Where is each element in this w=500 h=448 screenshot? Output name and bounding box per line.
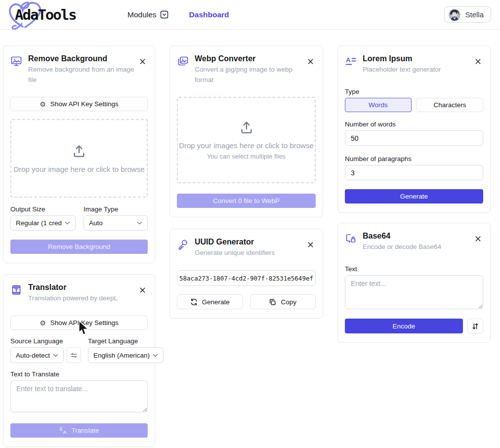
nav-dashboard[interactable]: Dashboard [189, 10, 229, 19]
close-icon[interactable] [306, 57, 314, 65]
dropdown-box-icon [160, 10, 168, 19]
show-api-key-settings-button[interactable]: ⚙ Show API Key Settings [10, 97, 148, 111]
top-bar: AdaTools Modules Dashboard Stella [0, 0, 500, 30]
card-title: Base64 [363, 231, 441, 241]
card-lorem-ipsum: A Lorem Ipsum Placeholder text generator… [337, 45, 491, 213]
card-description: Placeholder text generator [363, 64, 441, 75]
swap-horizontal-icon [70, 352, 78, 359]
text-to-translate-label: Text to Translate [10, 370, 148, 378]
gear-icon: ⚙ [40, 101, 46, 108]
target-language-label: Target Language [88, 337, 164, 345]
copy-icon [269, 298, 276, 306]
card-translator: Translator Translation powered by deepL … [3, 274, 155, 447]
card-description: Convert a jpg/png image to webp format [195, 64, 303, 85]
card-description: Translation powered by deepL [28, 293, 118, 303]
close-icon[interactable] [138, 57, 146, 65]
source-language-select[interactable]: Auto-detect [10, 347, 64, 363]
logo-text: AdaTools [15, 6, 76, 23]
close-icon[interactable] [474, 235, 482, 243]
copy-uuid-button[interactable]: Copy [250, 294, 316, 309]
type-words-button[interactable]: Words [345, 98, 412, 112]
swap-languages-button[interactable] [66, 347, 81, 363]
translate-text-input[interactable] [10, 380, 148, 412]
chevron-down-icon [153, 354, 158, 357]
chevron-down-icon [137, 221, 142, 225]
nav-modules[interactable]: Modules [127, 10, 168, 19]
output-size-select[interactable]: Regular (1 credit [10, 215, 76, 231]
chevron-down-icon [53, 354, 58, 357]
dropzone-text: Drop your image here or click to browse [13, 165, 144, 173]
card-description: Remove background from an image file [28, 64, 135, 85]
convert-to-webp-button[interactable]: Convert 0 file to WebP [177, 194, 316, 208]
letter-text-icon: A [345, 55, 357, 67]
card-title: Translator [28, 283, 118, 292]
image-dropzone[interactable]: Drop your image here or click to browse [10, 119, 148, 198]
upload-icon [72, 144, 86, 159]
card-title: Webp Converter [195, 54, 303, 64]
card-title: Remove Background [28, 54, 135, 64]
images-icon [177, 55, 189, 67]
card-title: UUID Generator [195, 237, 275, 247]
user-menu-button[interactable]: Stella [444, 6, 491, 23]
card-base64: Base64 Encode or decode Base64 Text Enco… [337, 223, 491, 343]
number-of-paragraphs-label: Number of paragraphs [345, 155, 483, 163]
toggle-encode-decode-button[interactable] [467, 319, 483, 333]
output-size-label: Output Size [10, 205, 76, 213]
generate-lorem-button[interactable]: Generate [345, 189, 483, 204]
number-of-words-input[interactable] [345, 130, 483, 146]
close-icon[interactable] [306, 241, 314, 248]
nav-dashboard-label: Dashboard [189, 10, 229, 19]
gear-icon: ⚙ [40, 320, 46, 326]
remove-background-button[interactable]: Remove Background [10, 240, 148, 254]
dropzone-subtext: You can select multiple files [207, 153, 286, 160]
dropzone-text: Drop your images here or click to browse [179, 141, 314, 150]
screen-image-icon [10, 55, 22, 67]
generate-uuid-button[interactable]: Generate [177, 294, 243, 309]
card-description: Encode or decode Base64 [363, 242, 441, 252]
card-remove-background: Remove Background Remove background from… [3, 45, 155, 263]
user-name: Stella [465, 10, 484, 19]
target-language-select[interactable]: English (American) [88, 347, 164, 363]
refresh-icon [190, 298, 198, 306]
nav-modules-label: Modules [127, 10, 157, 19]
number-of-paragraphs-input[interactable] [345, 165, 483, 180]
type-label: Type [345, 88, 483, 95]
main-nav: Modules Dashboard [127, 10, 229, 19]
close-icon[interactable] [474, 57, 482, 65]
translate-letter-icon [10, 284, 22, 296]
base64-text-input[interactable] [345, 275, 483, 309]
encode-button[interactable]: Encode [345, 319, 463, 333]
card-uuid-generator: UUID Generator Generate unique identifie… [169, 229, 323, 319]
card-webp-converter: Webp Converter Convert a jpg/png image t… [169, 45, 323, 217]
type-characters-button[interactable]: Characters [417, 98, 483, 112]
chevron-down-icon [65, 221, 70, 225]
source-language-label: Source Language [10, 337, 64, 345]
dashboard-grid: Remove Background Remove background from… [0, 30, 500, 447]
card-description: Generate unique identifiers [195, 247, 275, 258]
card-title: Lorem Ipsum [363, 54, 441, 64]
message-lock-icon [345, 233, 357, 244]
close-icon[interactable] [138, 286, 146, 294]
uuid-value: 58aca273-1807-4cd2-907f-82531e5649ef [177, 270, 316, 286]
svg-text:x: x [59, 427, 62, 432]
images-dropzone[interactable]: Drop your images here or click to browse… [177, 97, 316, 183]
key-icon [177, 239, 189, 250]
svg-text:A: A [63, 430, 66, 435]
swap-vertical-icon [472, 323, 479, 330]
user-avatar [449, 9, 460, 21]
app-logo: AdaTools [7, 0, 100, 30]
image-type-label: Image Type [83, 205, 148, 213]
upload-icon [239, 120, 254, 135]
number-of-words-label: Number of words [345, 121, 483, 128]
translate-icon: x A [59, 426, 68, 435]
image-type-select[interactable]: Auto [83, 215, 148, 231]
svg-text:A: A [346, 56, 351, 64]
base64-text-label: Text [345, 265, 483, 273]
show-api-key-settings-button[interactable]: ⚙ Show API Key Settings [10, 316, 148, 330]
translate-button[interactable]: x A Translate [10, 423, 148, 438]
